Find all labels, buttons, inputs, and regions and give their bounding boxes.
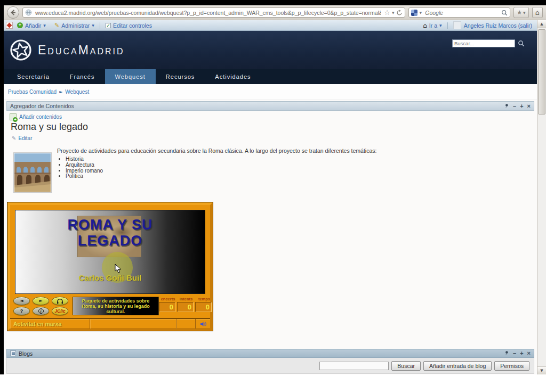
letterbox-bottom (0, 374, 546, 392)
goto-home-icon: ⌂ (423, 22, 427, 29)
jclic-title-line1: ROMA Y SU (15, 217, 205, 233)
url-dropdown-icon[interactable]: ▼ (392, 11, 395, 14)
browser-search-input[interactable] (424, 9, 499, 17)
site-logo[interactable]: EducaMadrid (9, 38, 125, 62)
site-search-input[interactable] (452, 39, 515, 47)
breadcrumb-item-comunidad[interactable]: Pruebas Comunidad (8, 89, 57, 95)
browser-search-bar[interactable]: ▼ (408, 7, 511, 18)
minimize-icon[interactable]: – (513, 103, 516, 109)
main-nav: Secretaría Francés Webquest Recursos Act… (4, 69, 546, 84)
blogs-portlet: Blogs – + × Buscar Añadir entrada de blo… (6, 349, 534, 374)
tab-webquest[interactable]: Webquest (105, 69, 156, 84)
url-bar[interactable]: ☆ ▼ (22, 7, 405, 18)
blogs-search-button[interactable]: Buscar (391, 361, 421, 371)
vertical-scrollbar[interactable]: ▲ ▼ (537, 20, 546, 374)
user-name-link[interactable]: Angeles Ruiz Marcos (salir) (464, 22, 532, 29)
next-activity-button[interactable]: ► (33, 297, 49, 305)
maximize-icon[interactable]: + (520, 350, 523, 356)
mouse-cursor-icon (115, 264, 122, 273)
bookmarks-button[interactable]: ★ ▼ (513, 7, 529, 18)
permissions-button[interactable]: Permisos (494, 361, 529, 371)
url-input[interactable] (34, 9, 382, 17)
jclic-status-cell (176, 319, 196, 329)
aqueduct-thumbnail (13, 152, 52, 193)
counter-value-intents: 0 (177, 302, 194, 312)
reload-icon[interactable] (396, 10, 403, 16)
help-icon: ? (20, 308, 23, 314)
topic-item: Historia (66, 157, 103, 162)
educamadrid-star-icon (9, 38, 33, 62)
manage-menu-label: Administrar (61, 22, 90, 29)
headphones-icon (57, 298, 63, 304)
screen-frame: ☆ ▼ ▼ ★ ▼ (0, 0, 546, 392)
scrollbar-thumb[interactable] (538, 29, 545, 115)
prev-arrow-icon: ◄ (20, 299, 23, 303)
goto-menu[interactable]: ⌂ Ir a ▼ (419, 22, 446, 29)
edit-controls-toggle[interactable]: ✓ Editar controles (101, 22, 156, 29)
content-aggregator-portlet: Agregador de Contenidos – + × Añadir con… (6, 101, 534, 345)
edit-article-link[interactable]: ✎ Editar (12, 135, 33, 141)
add-menu[interactable]: + Añadir ▼ (13, 22, 50, 29)
tab-recursos[interactable]: Recursos (156, 69, 205, 84)
jclic-title-line2: LEGADO (15, 233, 205, 249)
jclic-controls: ◄ ► (10, 294, 210, 317)
tab-actividades[interactable]: Actividades (205, 69, 261, 84)
tab-frances[interactable]: Francés (60, 69, 105, 84)
jclic-message-box: Paquete de actividades sobre Roma, su hi… (73, 297, 159, 315)
counter-value-encerts: 0 (159, 302, 175, 312)
back-button[interactable] (7, 6, 19, 19)
counter-values: 0 0 0 (159, 302, 214, 312)
wrench-icon[interactable] (504, 351, 509, 356)
blogs-portlet-controls: – + × (504, 350, 531, 356)
home-button[interactable]: ⌂ (532, 7, 543, 18)
admin-dockbar: + Añadir ▼ ✎ Administrar ▼ ✓ Editar cont… (4, 20, 546, 31)
home-icon: ⌂ (535, 9, 540, 17)
bookmarks-star-icon: ★ (517, 9, 522, 16)
breadcrumb: Pruebas Comunidad ► Webquest (8, 89, 89, 95)
maximize-icon[interactable]: + (520, 103, 523, 109)
edit-pencil-icon: ✎ (12, 135, 16, 141)
site-header: EducaMadrid (4, 31, 546, 69)
manage-menu[interactable]: ✎ Administrar ▼ (50, 22, 99, 29)
jclic-button-grid: ◄ ► (13, 297, 70, 316)
prev-activity-button[interactable]: ◄ (13, 297, 30, 305)
scroll-down-icon[interactable]: ▼ (537, 366, 546, 374)
tab-secretaria[interactable]: Secretaría (7, 69, 60, 84)
engine-dropdown-icon[interactable]: ▼ (420, 11, 422, 14)
info-button[interactable]: i (33, 307, 49, 315)
jclic-logo-label: JClic (54, 308, 65, 314)
add-blog-entry-button[interactable]: Añadir entrada de blog (423, 361, 492, 371)
dockbar-right: ⌂ Ir a ▼ Angeles Ruiz Marcos (salir) (419, 21, 544, 29)
info-icon: i (38, 308, 44, 314)
audio-button[interactable] (52, 297, 68, 305)
close-icon[interactable]: × (527, 350, 531, 356)
breadcrumb-item-webquest[interactable]: Webquest (65, 89, 89, 95)
manage-caret-icon: ▼ (92, 23, 94, 27)
jclic-counters: encerts intents temps 0 0 0 (159, 297, 214, 312)
site-search-icon[interactable] (518, 40, 525, 47)
help-button[interactable]: ? (13, 307, 30, 315)
minimize-icon[interactable]: – (513, 350, 516, 356)
jclic-speaker-cell[interactable] (196, 319, 210, 329)
bookmark-star-icon[interactable]: ☆ (384, 9, 390, 16)
counter-value-temps: 0 (195, 302, 212, 312)
dockbar-divider (447, 22, 448, 29)
jclic-statusbar: Activitat en marxa (10, 318, 210, 329)
liferay-icon[interactable] (6, 22, 13, 29)
scroll-up-icon[interactable]: ▲ (537, 20, 546, 28)
blogs-search-input[interactable] (319, 362, 389, 370)
search-engine-icon[interactable] (411, 10, 417, 16)
close-icon[interactable]: × (527, 103, 531, 109)
add-content-icon (10, 113, 17, 120)
edit-controls-label: Editar controles (113, 22, 152, 29)
magnifier-icon[interactable] (501, 10, 508, 16)
dockbar-divider (100, 22, 100, 29)
jclic-logo-button[interactable]: JClic (52, 307, 68, 315)
jclic-title: ROMA Y SU LEGADO (15, 217, 205, 249)
jclic-applet[interactable]: ROMA Y SU LEGADO Carlos Goñi Buil (7, 202, 213, 331)
wrench-icon[interactable] (504, 104, 509, 109)
counter-label-intents: intents (177, 297, 195, 301)
article-title: Roma y su legado (11, 121, 88, 133)
add-plus-icon: + (17, 22, 23, 28)
add-content-link[interactable]: Añadir contenidos (10, 113, 62, 120)
